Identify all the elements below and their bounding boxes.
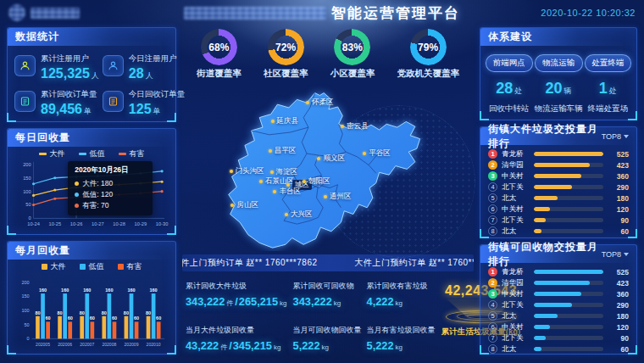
top8-dropdown[interactable]: TOP8 xyxy=(602,250,629,259)
svg-text:150: 150 xyxy=(23,176,31,181)
tooltip-dot xyxy=(75,182,79,186)
district-label[interactable]: 大兴区 xyxy=(285,209,313,220)
district-label[interactable]: 延庆县 xyxy=(271,116,299,126)
gauge-value: 72% xyxy=(268,29,304,65)
stat-value: 28人 xyxy=(129,67,177,81)
top8-dropdown[interactable]: TOP8 xyxy=(602,132,629,141)
legend-item[interactable]: 低值 xyxy=(80,261,104,272)
rank-badge: 4 xyxy=(488,182,497,192)
rank-bar-fill xyxy=(534,163,590,167)
rank-badge: 6 xyxy=(488,204,497,214)
district-marker-dot xyxy=(363,152,366,155)
summary-number: 343,222 xyxy=(186,295,225,308)
legend-marker xyxy=(42,264,47,270)
legend-label: 大件 xyxy=(51,261,66,272)
beijing-map[interactable]: 怀柔区延庆县密云县昌平区顺义区平谷区门头沟区海淀区石景山区城区朝阳区丰台区通州区… xyxy=(222,83,434,251)
district-label[interactable]: 顺义区 xyxy=(317,154,345,164)
ranking-row: 2清华园423 xyxy=(488,278,629,288)
top8-label: TOP8 xyxy=(602,132,621,141)
svg-text:80: 80 xyxy=(146,310,151,316)
legend-label: 有害 xyxy=(127,261,142,272)
daily-chart-legend: 大件低值有害 xyxy=(8,147,175,159)
rank-value: 525 xyxy=(608,150,629,159)
svg-text:10-29: 10-29 xyxy=(135,221,147,226)
district-label[interactable]: 密云县 xyxy=(341,121,369,131)
system-tab[interactable]: 前端网点 xyxy=(486,54,533,72)
district-label[interactable]: 昌平区 xyxy=(269,146,297,156)
svg-text:100: 100 xyxy=(21,308,29,313)
summary-value: 5,222kg xyxy=(293,339,362,352)
system-number: 1 xyxy=(599,80,608,97)
system-tab[interactable]: 物流运输 xyxy=(535,54,583,72)
rank-badge: 2 xyxy=(488,160,497,170)
order-icon xyxy=(103,91,124,112)
legend-label: 有害 xyxy=(130,148,145,159)
gauge-value: 79% xyxy=(410,29,447,65)
gauge-value: 83% xyxy=(334,29,370,65)
stat-text: 累计注册用户125,325人 xyxy=(41,53,99,81)
tooltip-row: 大件: 180 xyxy=(75,178,146,189)
rank-bar-fill xyxy=(534,292,581,296)
svg-text:60: 60 xyxy=(134,316,139,321)
panel-system-construction: 体系建设 前端网点28处回收中转站物流运输20辆物流运输车辆处置终端1处终端处置… xyxy=(480,27,637,120)
legend-item[interactable]: 有害 xyxy=(118,261,142,272)
system-value: 1处 xyxy=(585,80,632,98)
svg-text:10-28: 10-28 xyxy=(113,221,125,226)
gauge-value: 68% xyxy=(201,29,237,65)
rank-bar-track xyxy=(534,229,603,233)
ranking-row: 1青龙桥525 xyxy=(488,267,629,277)
district-label[interactable]: 怀柔区 xyxy=(306,98,334,108)
legend-item[interactable]: 大件 xyxy=(39,148,65,159)
svg-text:10-24: 10-24 xyxy=(27,221,39,226)
rank-bar-fill xyxy=(534,347,541,351)
rank-value: 90 xyxy=(608,334,629,343)
district-marker-dot xyxy=(306,101,309,104)
rank-value: 60 xyxy=(608,227,629,236)
system-label: 回收中转站 xyxy=(486,103,533,114)
tooltip-dot xyxy=(75,193,79,197)
district-label[interactable]: 门头沟区 xyxy=(230,166,264,176)
rank-badge: 2 xyxy=(488,278,497,288)
gauge: 68%街道覆盖率 xyxy=(197,29,242,80)
rank-bar-fill xyxy=(534,270,603,274)
tooltip-text: 大件: 180 xyxy=(82,178,113,189)
panel-daily-recycle-chart: 每日回收量 大件低值有害 05010015020010-2410-2510-26… xyxy=(7,128,176,235)
rank-bar-track xyxy=(534,185,603,189)
ranking-bulky-rows: 1青龙桥5252清华园4233中关村3604北下关2905北太1806中关村12… xyxy=(480,145,636,241)
district-name: 密云县 xyxy=(347,121,369,131)
system-label: 物流运输车辆 xyxy=(535,103,583,114)
rank-name: 北太 xyxy=(502,226,530,237)
legend-item[interactable]: 低值 xyxy=(79,148,105,159)
district-name: 昌平区 xyxy=(275,146,297,156)
user-icon xyxy=(14,55,36,76)
gauge: 79%党政机关覆盖率 xyxy=(397,29,459,80)
tooltip-dot xyxy=(75,204,79,208)
tooltip-date: 2020年10月26日 xyxy=(75,165,146,176)
district-name: 怀柔区 xyxy=(312,98,334,108)
district-label[interactable]: 平谷区 xyxy=(363,148,391,159)
legend-item[interactable]: 大件 xyxy=(42,261,66,272)
rank-value: 360 xyxy=(608,172,629,181)
district-label[interactable]: 朝阳区 xyxy=(303,176,330,187)
panel-title-ranking-bulky: 街镇大件垃圾交投量月排行 TOP8 xyxy=(480,127,636,145)
svg-text:80: 80 xyxy=(58,310,63,316)
stat-text: 累计回收订单量89,456单 xyxy=(41,89,97,116)
system-number: 20 xyxy=(545,80,562,97)
district-label[interactable]: 丰台区 xyxy=(273,187,301,197)
panel-monthly-recycle-chart: 每月回收量 大件低值有害 050100150200202005801606020… xyxy=(7,241,176,355)
summary-stat: 累计回收有害垃圾4,222kg xyxy=(367,281,436,308)
rank-bar-fill xyxy=(534,152,603,156)
legend-item[interactable]: 有害 xyxy=(119,148,145,159)
logo xyxy=(8,4,151,21)
rank-bar-fill xyxy=(534,196,558,200)
district-label[interactable]: 房山区 xyxy=(230,200,258,210)
tooltip-row: 低值: 120 xyxy=(75,189,146,200)
svg-text:160: 160 xyxy=(83,288,91,293)
svg-text:60: 60 xyxy=(68,316,73,321)
rank-badge: 4 xyxy=(488,300,497,310)
svg-text:0: 0 xyxy=(28,215,31,221)
system-tab[interactable]: 处置终端 xyxy=(585,54,632,72)
rank-value: 180 xyxy=(608,194,629,203)
panel-ranking-recyclable: 街镇可回收物交投量月排行 TOP8 1青龙桥5252清华园4233中关村3604… xyxy=(480,244,637,355)
district-label[interactable]: 通州区 xyxy=(324,192,352,202)
